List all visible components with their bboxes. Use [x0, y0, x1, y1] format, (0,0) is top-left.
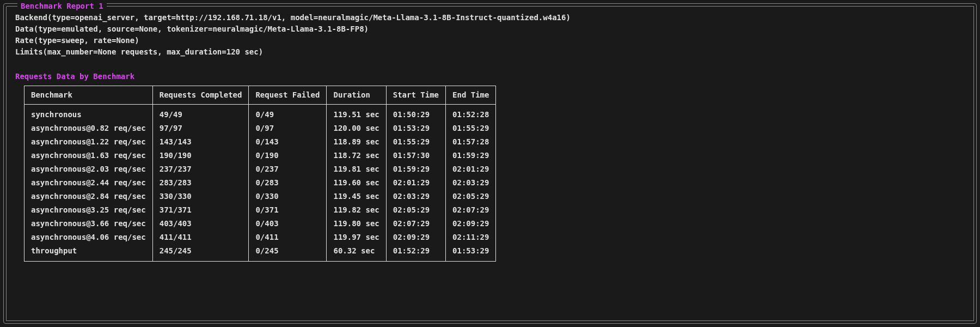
cell-benchmark: synchronous	[24, 105, 153, 122]
cell-end-time: 02:09:29	[446, 217, 496, 231]
cell-request-failed: 0/237	[249, 162, 327, 176]
cell-end-time: 01:52:28	[446, 105, 496, 122]
cell-benchmark: throughput	[24, 244, 153, 262]
col-start-time: Start Time	[386, 86, 445, 105]
table-wrapper: Benchmark Requests Completed Request Fai…	[24, 86, 965, 262]
table-row: asynchronous@1.63 req/sec190/1900/190118…	[24, 149, 496, 162]
cell-request-failed: 0/330	[249, 190, 327, 203]
cell-benchmark: asynchronous@1.63 req/sec	[24, 149, 153, 162]
cell-end-time: 02:05:29	[446, 190, 496, 203]
cell-benchmark: asynchronous@2.03 req/sec	[24, 162, 153, 176]
cell-end-time: 02:03:29	[446, 176, 496, 190]
config-line-data: Data(type=emulated, source=None, tokeniz…	[15, 23, 965, 35]
table-row: asynchronous@2.44 req/sec283/2830/283119…	[24, 176, 496, 190]
cell-requests-completed: 411/411	[152, 231, 249, 244]
cell-request-failed: 0/143	[249, 135, 327, 149]
config-line-rate: Rate(type=sweep, rate=None)	[15, 35, 965, 46]
cell-start-time: 01:57:30	[386, 149, 445, 162]
col-requests-completed: Requests Completed	[152, 86, 249, 105]
cell-duration: 118.89 sec	[327, 135, 386, 149]
cell-benchmark: asynchronous@1.22 req/sec	[24, 135, 153, 149]
cell-duration: 118.72 sec	[327, 149, 386, 162]
cell-start-time: 02:01:29	[386, 176, 445, 190]
table-row: asynchronous@4.06 req/sec411/4110/411119…	[24, 231, 496, 244]
cell-end-time: 01:55:29	[446, 122, 496, 135]
cell-requests-completed: 403/403	[152, 217, 249, 231]
cell-request-failed: 0/190	[249, 149, 327, 162]
config-line-limits: Limits(max_number=None requests, max_dur…	[15, 46, 965, 58]
cell-request-failed: 0/283	[249, 176, 327, 190]
col-duration: Duration	[327, 86, 386, 105]
col-request-failed: Request Failed	[249, 86, 327, 105]
cell-benchmark: asynchronous@3.66 req/sec	[24, 217, 153, 231]
table-header-row: Benchmark Requests Completed Request Fai…	[24, 86, 496, 105]
table-row: synchronous49/490/49119.51 sec01:50:2901…	[24, 105, 496, 122]
benchmark-report-panel: Benchmark Report 1 Backend(type=openai_s…	[6, 6, 974, 321]
cell-start-time: 02:09:29	[386, 231, 445, 244]
section-title: Requests Data by Benchmark	[15, 71, 965, 82]
cell-duration: 119.81 sec	[327, 162, 386, 176]
cell-start-time: 02:05:29	[386, 203, 445, 217]
cell-start-time: 01:59:29	[386, 162, 445, 176]
cell-start-time: 02:07:29	[386, 217, 445, 231]
cell-request-failed: 0/97	[249, 122, 327, 135]
table-row: asynchronous@1.22 req/sec143/1430/143118…	[24, 135, 496, 149]
terminal-outer-border: Benchmark Report 1 Backend(type=openai_s…	[3, 3, 977, 324]
cell-duration: 119.80 sec	[327, 217, 386, 231]
cell-requests-completed: 371/371	[152, 203, 249, 217]
cell-request-failed: 0/245	[249, 244, 327, 262]
table-row: throughput245/2450/24560.32 sec01:52:290…	[24, 244, 496, 262]
cell-start-time: 01:50:29	[386, 105, 445, 122]
col-end-time: End Time	[446, 86, 496, 105]
config-line-backend: Backend(type=openai_server, target=http:…	[15, 12, 965, 23]
cell-benchmark: asynchronous@4.06 req/sec	[24, 231, 153, 244]
cell-request-failed: 0/49	[249, 105, 327, 122]
cell-end-time: 01:57:28	[446, 135, 496, 149]
cell-requests-completed: 190/190	[152, 149, 249, 162]
cell-benchmark: asynchronous@2.44 req/sec	[24, 176, 153, 190]
cell-request-failed: 0/411	[249, 231, 327, 244]
cell-duration: 60.32 sec	[327, 244, 386, 262]
cell-start-time: 01:52:29	[386, 244, 445, 262]
cell-start-time: 01:53:29	[386, 122, 445, 135]
cell-duration: 119.51 sec	[327, 105, 386, 122]
cell-benchmark: asynchronous@2.84 req/sec	[24, 190, 153, 203]
cell-start-time: 01:55:29	[386, 135, 445, 149]
cell-duration: 119.45 sec	[327, 190, 386, 203]
table-row: asynchronous@0.82 req/sec97/970/97120.00…	[24, 122, 496, 135]
panel-title: Benchmark Report 1	[17, 1, 107, 12]
cell-request-failed: 0/403	[249, 217, 327, 231]
cell-duration: 119.82 sec	[327, 203, 386, 217]
cell-end-time: 02:11:29	[446, 231, 496, 244]
cell-benchmark: asynchronous@0.82 req/sec	[24, 122, 153, 135]
cell-request-failed: 0/371	[249, 203, 327, 217]
cell-end-time: 02:01:29	[446, 162, 496, 176]
cell-requests-completed: 330/330	[152, 190, 249, 203]
benchmark-table: Benchmark Requests Completed Request Fai…	[24, 86, 496, 262]
cell-end-time: 01:59:29	[446, 149, 496, 162]
table-row: asynchronous@3.25 req/sec371/3710/371119…	[24, 203, 496, 217]
config-block: Backend(type=openai_server, target=http:…	[15, 12, 965, 58]
cell-end-time: 02:07:29	[446, 203, 496, 217]
cell-requests-completed: 97/97	[152, 122, 249, 135]
table-row: asynchronous@2.03 req/sec237/2370/237119…	[24, 162, 496, 176]
cell-requests-completed: 245/245	[152, 244, 249, 262]
cell-duration: 119.97 sec	[327, 231, 386, 244]
cell-start-time: 02:03:29	[386, 190, 445, 203]
col-benchmark: Benchmark	[24, 86, 153, 105]
cell-requests-completed: 283/283	[152, 176, 249, 190]
cell-benchmark: asynchronous@3.25 req/sec	[24, 203, 153, 217]
cell-end-time: 01:53:29	[446, 244, 496, 262]
cell-duration: 120.00 sec	[327, 122, 386, 135]
table-row: asynchronous@3.66 req/sec403/4030/403119…	[24, 217, 496, 231]
table-row: asynchronous@2.84 req/sec330/3300/330119…	[24, 190, 496, 203]
cell-requests-completed: 49/49	[152, 105, 249, 122]
cell-requests-completed: 237/237	[152, 162, 249, 176]
cell-requests-completed: 143/143	[152, 135, 249, 149]
cell-duration: 119.60 sec	[327, 176, 386, 190]
